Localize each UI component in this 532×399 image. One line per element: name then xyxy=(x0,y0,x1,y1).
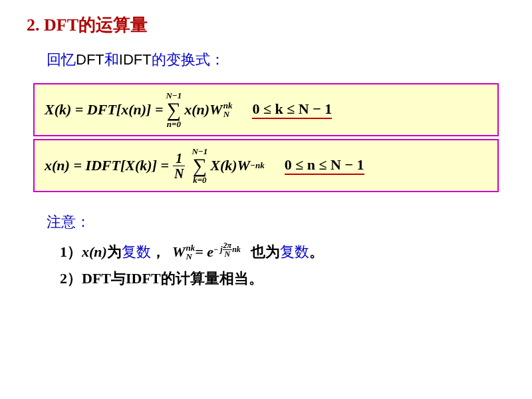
note1-number: 1） xyxy=(60,242,82,262)
intro-line: 回忆DFT和IDFT的变换式： xyxy=(47,50,505,70)
twiddle-factor-formula: W nk N = e − j 2π N nk xyxy=(172,243,241,261)
dft-formula-box: X(k) = DFT[x(n)] = N−1 ∑ n=0 x(n)W nk N … xyxy=(33,83,499,136)
exp-fraction: 2π N xyxy=(223,241,233,258)
idft-formula-box: x(n) = IDFT[X(k)] = 1 N N−1 ∑ k=0 X(k)W … xyxy=(33,139,499,192)
dft-formula: X(k) = DFT[x(n)] = N−1 ∑ n=0 x(n)W nk N … xyxy=(45,91,332,128)
note1-fushu: 复数 xyxy=(122,242,151,262)
intro-dft: DFT xyxy=(76,51,104,68)
intro-idft: IDFT xyxy=(119,51,152,68)
W-supsub: nk N xyxy=(186,243,195,261)
section-title: 2. DFT的运算量 xyxy=(27,13,505,37)
W-sup: −nk xyxy=(250,160,265,171)
exponent: − j 2π N nk xyxy=(213,241,241,258)
note2-number: 2） xyxy=(60,269,82,289)
note1-also-prefix: 也为 xyxy=(247,242,281,262)
sigma-icon: ∑ xyxy=(193,156,207,176)
note-1: 1） x(n) 为 复数 ， W nk N = e − j 2π N nk xyxy=(60,242,505,262)
sigma-icon: ∑ xyxy=(167,100,181,120)
equals-e: = e xyxy=(195,243,213,261)
idft-lhs: x(n) = IDFT[X(k)] = xyxy=(45,157,169,174)
note1-wei: 为 xyxy=(107,242,122,262)
intro-mid: 和 xyxy=(104,51,119,68)
note2-yu: 与 xyxy=(111,269,126,289)
sum-lower: n=0 xyxy=(167,120,181,128)
exp-frac-num: 2π xyxy=(223,241,233,250)
sum-lower: k=0 xyxy=(193,176,206,184)
note1-also-fushu: 复数 xyxy=(280,242,309,262)
W-sub: N xyxy=(223,110,233,118)
frac-den: N xyxy=(172,166,186,181)
dft-term: x(n)W xyxy=(184,101,222,118)
note1-period: 。 xyxy=(309,242,324,262)
exp-frac-den: N xyxy=(224,250,231,258)
intro-prefix: 回忆 xyxy=(47,51,76,68)
notes-header: 注意： xyxy=(47,212,505,232)
dft-lhs: X(k) = DFT[x(n)] = xyxy=(45,101,163,118)
note2-idft: IDFT xyxy=(126,270,161,287)
slide-content: 2. DFT的运算量 回忆DFT和IDFT的变换式： X(k) = DFT[x(… xyxy=(0,0,532,309)
intro-suffix: 的变换式： xyxy=(152,51,225,68)
note1-xn: x(n) xyxy=(82,243,107,261)
exp-prefix: − j xyxy=(213,245,223,253)
idft-formula: x(n) = IDFT[X(k)] = 1 N N−1 ∑ k=0 X(k)W … xyxy=(45,147,364,184)
note1-comma: ， xyxy=(151,242,166,262)
sum-symbol: N−1 ∑ n=0 xyxy=(166,91,182,128)
exp-suffix: nk xyxy=(232,245,241,253)
note2-text: 的计算量相当。 xyxy=(161,269,263,289)
note-2: 2） DFT 与 IDFT 的计算量相当。 xyxy=(60,269,505,289)
idft-term: X(k)W xyxy=(210,157,250,174)
W-sub: N xyxy=(186,252,195,261)
fraction-1-over-N: 1 N xyxy=(172,151,186,181)
W-supsub: nk N xyxy=(223,101,233,118)
idft-condition: 0 ≤ n ≤ N − 1 xyxy=(285,156,364,175)
sum-symbol: N−1 ∑ k=0 xyxy=(192,147,207,184)
W-symbol: W xyxy=(172,243,186,261)
frac-num: 1 xyxy=(173,151,185,166)
note2-dft: DFT xyxy=(82,270,111,287)
dft-condition: 0 ≤ k ≤ N − 1 xyxy=(252,100,332,119)
